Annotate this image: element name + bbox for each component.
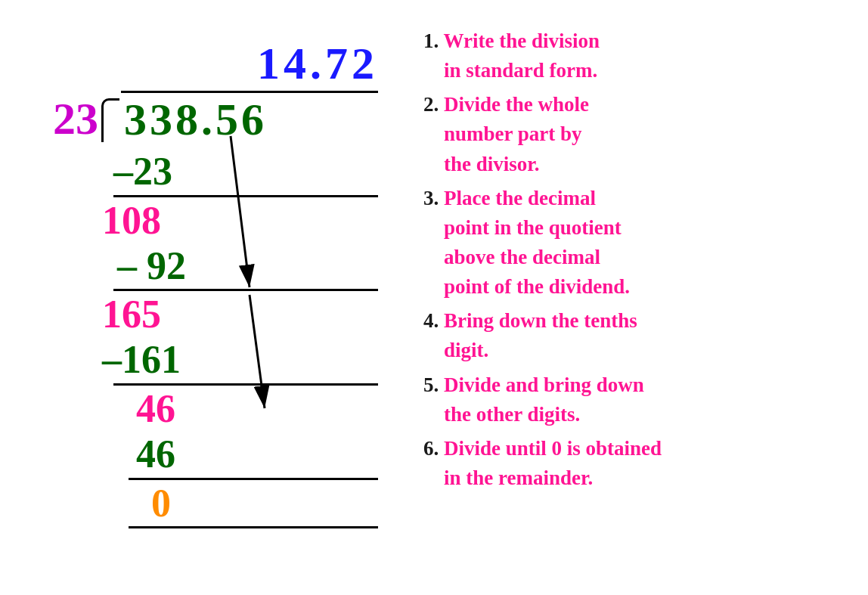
instruction-4: 4. Bring down the tenths digit.: [423, 306, 845, 365]
line3: [113, 383, 378, 386]
instruction-5: 5. Divide and bring down the other digit…: [423, 370, 845, 429]
step-165: 165: [53, 292, 386, 337]
step-108: 108: [53, 198, 386, 243]
step-zero: 0: [53, 481, 386, 526]
step-46a: 46: [53, 386, 386, 432]
instr-1-text: Write the division in standard form.: [423, 29, 600, 82]
dividend: 338.56: [119, 94, 267, 146]
divisor: 23: [53, 94, 98, 144]
instr-4-text: Bring down the tenths digit.: [423, 309, 637, 361]
step-subtract-161: –161: [53, 337, 386, 383]
line4: [129, 478, 378, 480]
instr-3-text: Place the decimal point in the quotient …: [423, 187, 630, 298]
main-container: 14.72 23 338.56 –23 108 –: [0, 0, 868, 595]
instruction-6: 6. Divide until 0 is obtained in the rem…: [423, 434, 845, 493]
line2: [113, 289, 378, 291]
quotient-underline: [121, 91, 378, 93]
step-subtract-23: –23: [53, 149, 386, 194]
instr-5-number: 5.: [423, 373, 444, 396]
instructions-side: 1. Write the division in standard form. …: [401, 15, 860, 580]
instr-6-text: Divide until 0 is obtained in the remain…: [423, 437, 662, 489]
line5: [129, 526, 378, 528]
line1: [113, 195, 378, 197]
instr-4-number: 4.: [423, 309, 444, 332]
step-subtract-92: – 92: [53, 243, 386, 289]
instruction-2: 2. Divide the whole number part by the d…: [423, 90, 845, 178]
division-bracket: [101, 98, 119, 142]
instr-3-number: 3.: [423, 187, 444, 209]
instr-2-number: 2.: [423, 93, 444, 116]
step-46b: 46: [53, 432, 386, 477]
instr-1-number: 1.: [423, 29, 444, 52]
instr-2-text: Divide the whole number part by the divi…: [423, 93, 589, 175]
instruction-1: 1. Write the division in standard form.: [423, 26, 845, 85]
instr-6-number: 6.: [423, 437, 444, 460]
division-side: 14.72 23 338.56 –23 108 –: [8, 15, 401, 580]
quotient-row: 14.72: [53, 38, 386, 90]
quotient: 14.72: [257, 39, 378, 88]
instr-5-text: Divide and bring down the other digits.: [423, 373, 644, 426]
divisor-dividend-row: 23 338.56: [53, 94, 386, 146]
division-layout: 14.72 23 338.56 –23 108 –: [53, 38, 386, 528]
instruction-3: 3. Place the decimal point in the quotie…: [423, 184, 845, 302]
